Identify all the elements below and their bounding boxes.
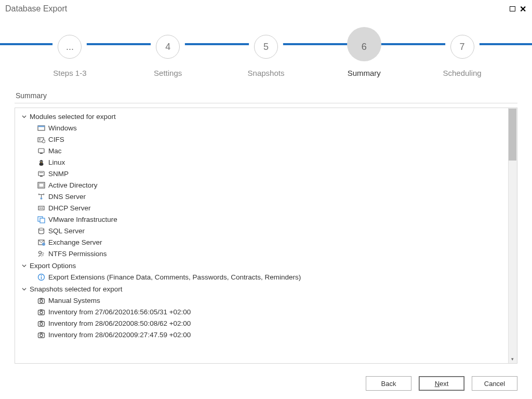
tree-item[interactable]: CIFS (20, 134, 517, 145)
snmp-icon (37, 169, 45, 178)
step-number: 7 (450, 35, 474, 59)
tree-item[interactable]: Inventory from 28/06/202009:27:47.59 +02… (20, 329, 517, 340)
tree-item[interactable]: Exchange Server (20, 236, 517, 248)
export-wizard-window: Database Export ✕ ... Steps 1-3 4 Settin… (0, 0, 532, 399)
linux-icon (37, 158, 45, 166)
sql-icon (37, 227, 45, 235)
step-2[interactable]: 4 Settings (121, 27, 215, 77)
item-label: Exchange Server (48, 238, 102, 246)
item-label: Windows (48, 124, 77, 132)
titlebar: Database Export ✕ (0, 0, 532, 18)
step-number: ... (58, 35, 82, 59)
back-button[interactable]: Back (366, 376, 411, 391)
group-title: Modules selected for export (30, 113, 116, 121)
step-label: Summary (348, 69, 381, 77)
step-5[interactable]: 7 Scheduling (416, 27, 509, 77)
tree-item[interactable]: Inventory from 27/06/202016:56:05/31 +02… (20, 306, 517, 317)
item-label: Inventory from 28/06/202008:50:08/62 +02… (48, 320, 191, 327)
next-button[interactable]: Next (419, 376, 464, 391)
tree-item[interactable]: Windows (20, 122, 517, 134)
camera-icon (37, 319, 45, 327)
scroll-down-arrow[interactable]: ▾ (508, 355, 517, 363)
tree-item[interactable]: SQL Server (20, 225, 517, 236)
wizard-footer: Back Next Cancel (0, 368, 532, 399)
step-1[interactable]: ... Steps 1-3 (23, 27, 116, 77)
summary-tree-container: Modules selected for export Windows CIFS… (15, 108, 517, 364)
tree-group: Modules selected for export Windows CIFS… (20, 111, 517, 259)
group-header[interactable]: Modules selected for export (20, 111, 517, 122)
step-number: 6 (352, 35, 376, 59)
step-label: Snapshots (248, 69, 285, 77)
tree-item[interactable]: Linux (20, 156, 517, 168)
vmware-icon (37, 215, 45, 223)
chevron-down-icon (20, 113, 28, 121)
tree-item[interactable]: NTFS Permissions (20, 248, 517, 259)
group-title: Snapshots selected for export (30, 285, 123, 293)
step-label: Steps 1-3 (53, 69, 86, 77)
item-label: Inventory from 27/06/202016:56:05/31 +02… (48, 308, 191, 316)
camera-icon (37, 330, 45, 339)
item-label: Active Directory (48, 181, 98, 189)
camera-icon (37, 296, 45, 304)
step-number: 4 (156, 35, 180, 59)
item-label: DHCP Server (48, 204, 91, 212)
chevron-down-icon (20, 262, 28, 270)
item-label: VMware Infrastructure (48, 216, 117, 223)
tree-item[interactable]: Export Extensions (Finance Data, Comment… (20, 271, 517, 283)
tree-group: Snapshots selected for export Manual Sys… (20, 284, 517, 340)
cifs-icon (37, 135, 45, 143)
step-number: 5 (254, 35, 278, 59)
ntfs-icon (37, 249, 45, 258)
item-label: Manual Systems (48, 297, 100, 304)
windows-icon (37, 124, 45, 132)
cancel-button[interactable]: Cancel (472, 376, 517, 391)
step-3[interactable]: 5 Snapshots (219, 27, 313, 77)
dhcp-icon (37, 204, 45, 212)
tree-group: Export Options Export Extensions (Financ… (20, 260, 517, 283)
window-title: Database Export (5, 4, 67, 14)
chevron-down-icon (20, 286, 28, 293)
info-icon (37, 273, 45, 281)
ad-icon (37, 181, 45, 189)
exchange-icon (37, 238, 45, 246)
wizard-stepper: ... Steps 1-3 4 Settings 5 Snapshots 6 S… (0, 27, 532, 89)
step-4[interactable]: 6 Summary (317, 27, 411, 77)
item-label: Inventory from 28/06/202009:27:47.59 +02… (48, 331, 191, 339)
step-label: Settings (154, 69, 182, 77)
tree-item[interactable]: Inventory from 28/06/202008:50:08/62 +02… (20, 317, 517, 329)
item-label: SNMP (48, 170, 69, 178)
camera-icon (37, 308, 45, 316)
mac-icon (37, 147, 45, 155)
tree-item[interactable]: DHCP Server (20, 202, 517, 214)
item-label: CIFS (48, 136, 64, 143)
maximize-button[interactable] (507, 4, 517, 14)
tree-item[interactable]: DNS Server (20, 191, 517, 202)
item-label: NTFS Permissions (48, 250, 107, 258)
tree-item[interactable]: SNMP (20, 168, 517, 179)
item-label: Linux (48, 158, 65, 166)
tree-item[interactable]: Manual Systems (20, 295, 517, 306)
tree-item[interactable]: Active Directory (20, 179, 517, 191)
scrollbar[interactable]: ▾ (508, 108, 517, 363)
group-header[interactable]: Export Options (20, 260, 517, 271)
section-header: Summary (15, 89, 517, 103)
tree-item[interactable]: Mac (20, 145, 517, 156)
group-header[interactable]: Snapshots selected for export (20, 284, 517, 295)
tree-item[interactable]: VMware Infrastructure (20, 214, 517, 225)
step-label: Scheduling (443, 69, 481, 77)
item-label: SQL Server (48, 227, 85, 235)
item-label: DNS Server (48, 193, 86, 201)
item-label: Mac (48, 147, 62, 155)
dns-icon (37, 192, 45, 201)
item-label: Export Extensions (Finance Data, Comment… (48, 273, 301, 281)
close-button[interactable]: ✕ (517, 4, 528, 14)
scrollbar-thumb[interactable] (509, 109, 516, 161)
group-title: Export Options (30, 262, 76, 270)
